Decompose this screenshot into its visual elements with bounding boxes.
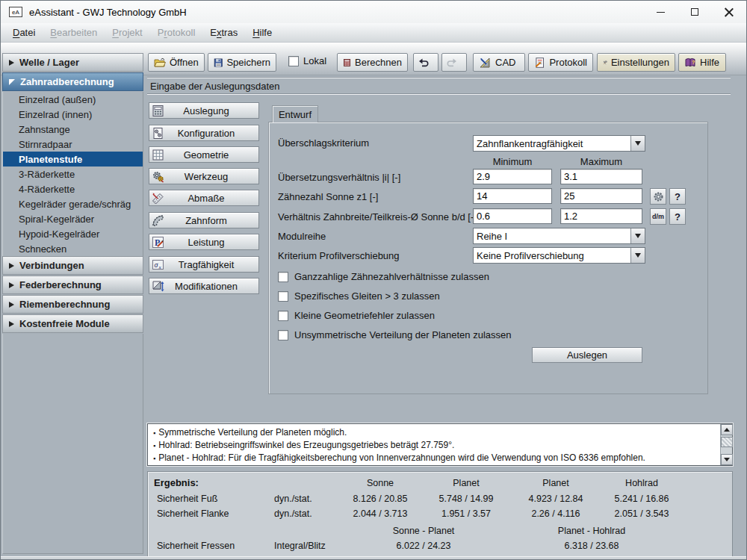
section-header: Eingabe der Auslegungsdaten <box>150 81 279 92</box>
width-ratio-max-input[interactable] <box>560 208 642 224</box>
row-label: Sicherheit Flanke <box>157 508 229 519</box>
modulreihe-select[interactable]: Reihe I <box>473 228 645 244</box>
sidebar-item-zahnstange[interactable]: Zahnstange <box>3 122 143 137</box>
message-box: ▪Symmetrische Verteilung der Planeten mö… <box>147 423 733 466</box>
arrow-up-icon <box>724 428 730 432</box>
gleiten-checkbox[interactable] <box>278 291 288 302</box>
sidebar-item-stirnradpaar[interactable]: Stirnradpaar <box>3 137 143 152</box>
value-cell: 2.26 / 4.116 <box>511 508 601 519</box>
checkbox-row-geometriefehler[interactable]: Kleine Geometriefehler zulassen <box>278 310 435 321</box>
profil-select[interactable]: Keine Profilverschiebung <box>473 247 645 264</box>
divider <box>147 77 731 78</box>
modulreihe-label: Modulreihe <box>278 231 326 242</box>
unsymmetrisch-checkbox[interactable] <box>278 330 288 340</box>
tool-gears-icon <box>152 170 164 183</box>
checkbox-row-ganzzahlig[interactable]: Ganzzahlige Zähnezahlverhältnisse zulass… <box>278 271 489 282</box>
open-folder-icon <box>154 57 166 69</box>
protocol-button[interactable]: Protokoll <box>528 53 593 72</box>
sidebar-section-federberechnung[interactable]: Federberechnung <box>2 276 143 294</box>
ratio-min-input[interactable] <box>473 169 552 184</box>
message-scrollbar[interactable] <box>720 424 732 465</box>
status-strip <box>1 556 746 559</box>
sidebar-item-3-raederkette[interactable]: 3-Räderkette <box>3 167 143 181</box>
menu-datei[interactable]: Datei <box>5 25 43 40</box>
undo-icon <box>418 57 430 68</box>
save-button[interactable]: Speichern <box>208 53 276 72</box>
dropdown-button[interactable] <box>630 228 645 243</box>
geometriefehler-checkbox[interactable] <box>278 311 288 321</box>
width-ratio-min-input[interactable] <box>473 208 552 224</box>
save-floppy-icon <box>214 57 223 69</box>
message-line: ▪Symmetrische Verteilung der Planeten mö… <box>153 427 347 438</box>
zahnform-button[interactable]: Zahnform <box>149 212 259 228</box>
row-label: Sicherheit Fressen <box>157 541 235 551</box>
local-label: Lokal <box>303 55 326 66</box>
sun-gear-button[interactable] <box>650 188 666 205</box>
scroll-up-button[interactable] <box>721 424 733 435</box>
sidebar-item-spiral-kegelraeder[interactable]: Spiral-Kegelräder <box>3 211 143 226</box>
sidebar-item-kegelraeder[interactable]: Kegelräder gerade/schräg <box>3 196 143 211</box>
sidebar-empty-area <box>2 334 143 554</box>
leistung-button[interactable]: P Leistung <box>149 234 259 250</box>
ratio-label: Übersetzungsverhältnis |i| [-] <box>278 172 400 183</box>
sidebar-item-hypoid-kegelraeder[interactable]: Hypoid-Kegelräder <box>3 226 143 241</box>
teeth-sun-min-input[interactable] <box>473 188 552 204</box>
checkbox-row-unsymmetrisch[interactable]: Unsymmetrische Verteilung der Planeten z… <box>278 329 511 340</box>
row-method: Integral/Blitz <box>274 541 326 551</box>
scroll-down-button[interactable] <box>721 454 733 465</box>
calculate-button[interactable]: Berechnen <box>337 53 408 72</box>
sidebar-section-zahnradberechnung[interactable]: Zahnradberechnung <box>2 72 143 91</box>
sidebar-item-einzelrad-innen[interactable]: Einzelrad (innen) <box>3 107 143 122</box>
dropdown-button[interactable] <box>630 248 645 263</box>
menu-extras[interactable]: Extras <box>202 25 245 40</box>
local-checkbox[interactable] <box>288 56 299 66</box>
sidebar-item-planetenstufe[interactable]: Planetenstufe <box>3 152 143 167</box>
dm-button[interactable]: d/m <box>650 208 666 225</box>
dropdown-button[interactable] <box>630 136 645 151</box>
bullet-icon: ▪ <box>153 455 155 462</box>
sidebar-section-verbindungen[interactable]: Verbindungen <box>2 256 143 275</box>
svg-text:?: ? <box>692 60 695 65</box>
cad-icon <box>479 57 492 69</box>
criterion-select[interactable]: Zahnflankentragfähigkeit <box>473 135 645 152</box>
teeth-sun-max-input[interactable] <box>560 188 642 204</box>
modifikationen-button[interactable]: Modifikationen <box>149 278 259 294</box>
help-button[interactable]: ? Hilfe <box>678 53 726 72</box>
sidebar-section-riemenberechnung[interactable]: Riemenberechnung <box>2 295 143 314</box>
maximize-button[interactable] <box>678 1 712 23</box>
sidebar-item-einzelrad-aussen[interactable]: Einzelrad (außen) <box>3 92 143 107</box>
werkzeug-button[interactable]: Werkzeug <box>149 168 259 184</box>
geometrie-button[interactable]: Geometrie <box>149 146 259 163</box>
sidebar-item-schnecken[interactable]: Schnecken <box>3 241 143 256</box>
settings-button[interactable]: Einstellungen <box>597 53 675 72</box>
value-cell: 5.241 / 16.86 <box>597 494 686 504</box>
minimize-button[interactable] <box>643 1 678 23</box>
menu-hilfe[interactable]: Hilfe <box>245 25 279 40</box>
checkbox-row-gleiten[interactable]: Spezifisches Gleiten > 3 zulassen <box>278 290 440 302</box>
konfiguration-button[interactable]: Konfiguration <box>149 125 259 141</box>
open-button[interactable]: Öffnen <box>148 53 205 72</box>
settings-tools-icon <box>603 57 607 69</box>
auslegen-button[interactable]: Auslegen <box>532 347 642 363</box>
close-icon <box>725 7 734 16</box>
close-button[interactable] <box>712 1 746 23</box>
cad-button[interactable]: CAD <box>473 53 525 72</box>
sidebar-section-welle-lager[interactable]: Welle / Lager <box>2 53 143 72</box>
teeth-help-button[interactable]: ? <box>669 188 686 205</box>
local-checkbox-row[interactable]: Lokal <box>288 55 326 66</box>
results-col-planet1: Planet <box>421 478 511 488</box>
calculator-icon <box>343 57 351 69</box>
sidebar-item-4-raederkette[interactable]: 4-Räderkette <box>3 181 143 196</box>
width-help-button[interactable]: ? <box>669 208 686 225</box>
scrollbar-thumb[interactable] <box>721 437 733 447</box>
tab-entwurf[interactable]: Entwurf <box>272 105 318 122</box>
auslegung-button[interactable]: Auslegung <box>149 102 259 119</box>
ganzzahlig-checkbox[interactable] <box>278 272 288 282</box>
power-icon: P <box>152 236 164 249</box>
ratio-max-input[interactable] <box>560 169 642 184</box>
undo-button[interactable] <box>413 53 438 72</box>
abmasse-button[interactable]: Abmaße <box>149 190 259 206</box>
design-calculator-icon <box>152 105 164 117</box>
tragfaehigkeit-button[interactable]: σ x Tragfähigkeit <box>149 256 259 273</box>
sidebar-section-kostenfreie-module[interactable]: Kostenfreie Module <box>2 314 143 333</box>
